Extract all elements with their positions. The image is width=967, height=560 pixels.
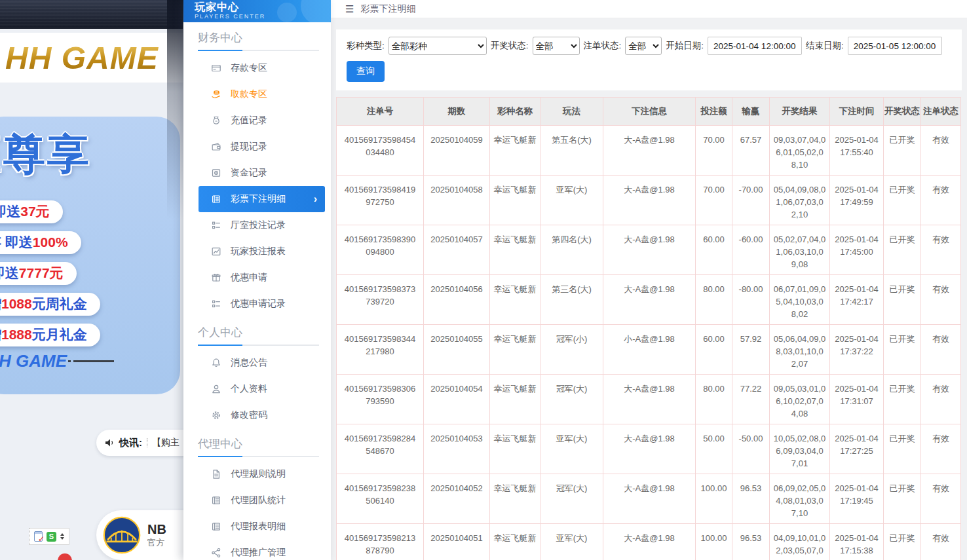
bell-icon	[211, 358, 221, 368]
doc-icon	[211, 469, 221, 479]
table-cell: 有效	[921, 275, 961, 325]
table-cell: 20250104059	[424, 126, 490, 176]
table-cell: 20250104056	[424, 275, 490, 325]
promo-footer-logo: H GAME	[0, 351, 114, 371]
sidebar-item[interactable]: 取款专区	[183, 81, 331, 107]
table-cell: 06,09,02,05,04,08,01,03,07,10	[770, 474, 830, 524]
sidebar-item[interactable]: 代理推广管理	[183, 540, 331, 560]
promo-pill: 天加赠1888元月礼金	[0, 324, 100, 346]
start-date-label: 开始日期:	[666, 40, 704, 52]
sidebar-item-label: 个人资料	[231, 383, 267, 395]
table-cell: 2025-01-04 17:37:22	[830, 325, 884, 375]
drawer-subtitle: PLAYERS CENTER	[195, 13, 331, 20]
money-bag-icon	[211, 115, 221, 126]
bets-table: 注单号 期数 彩种名称 玩法 下注信息 投注额 输赢 开奖结果 下注时间 开奖状…	[336, 97, 961, 560]
table-cell: -60.00	[732, 225, 770, 275]
table-row: 40156917359841997275020250104058幸运飞艇新亚军(…	[337, 176, 961, 225]
sidebar-item[interactable]: 消息公告	[183, 350, 331, 376]
mini-arrows-icon[interactable]	[60, 533, 64, 540]
table-cell: 100.00	[696, 474, 732, 524]
sidebar-item[interactable]: 代理团队统计	[183, 487, 331, 513]
table-cell: 第三名(大)	[540, 275, 603, 325]
table-cell: 100.00	[696, 524, 732, 560]
table-cell: 70.00	[696, 126, 732, 176]
menu-section-personal: 个人中心 消息公告个人资料修改密码	[183, 325, 331, 428]
table-cell: 有效	[921, 375, 961, 424]
sidebar-item[interactable]: 资金记录	[183, 160, 331, 186]
team-card-text: NB 官方	[147, 521, 166, 549]
drawer-header: 玩家中心 PLAYERS CENTER	[183, 0, 331, 22]
start-date-input[interactable]	[708, 37, 802, 55]
sidebar-item[interactable]: 代理报表明细	[183, 513, 331, 540]
sidebar-item-label: 取款专区	[231, 88, 267, 100]
col-header: 注单号	[337, 98, 424, 126]
table-cell: 冠军(大)	[540, 474, 603, 524]
order-status-select[interactable]: 全部	[625, 37, 662, 55]
table-cell: 20250104051	[424, 524, 490, 560]
sidebar-item[interactable]: 玩家投注报表	[183, 238, 331, 265]
table-row: 40156917359837373972020250104056幸运飞艇新第三名…	[337, 275, 961, 325]
sidebar-item[interactable]: 修改密码	[183, 402, 331, 428]
table-cell: 2025-01-04 17:31:07	[830, 375, 884, 424]
filter-panel: 彩种类型: 全部彩种 开奖状态: 全部 注单状态: 全部 开始日期: 结束日期:…	[336, 29, 962, 90]
drawer-edge-shadow	[167, 0, 183, 219]
green-s-icon[interactable]: S	[47, 532, 56, 542]
promo-pill-list: 60元 即送37元 户首存 即送100% 投注 即送7777元 天加赠1088元…	[0, 200, 100, 346]
table-cell: 60.00	[696, 325, 732, 375]
table-cell: 大-A盘@1.98	[603, 424, 696, 474]
table-cell: 幸运飞艇新	[490, 176, 540, 225]
lottery-type-select[interactable]: 全部彩种	[389, 37, 487, 55]
sidebar-item[interactable]: 彩票下注明细›	[199, 186, 325, 212]
table-cell: 已开奖	[884, 325, 921, 375]
sidebar-item-label: 玩家投注报表	[231, 246, 286, 257]
main-content: ☰ 彩票下注明细 彩种类型: 全部彩种 开奖状态: 全部 注单状态: 全部 开始…	[331, 0, 967, 560]
note-check-icon[interactable]	[34, 531, 43, 542]
sidebar-item[interactable]: 厅室投注记录	[183, 212, 331, 238]
table-cell: 亚军(大)	[540, 524, 603, 560]
search-button[interactable]: 查询	[347, 61, 385, 82]
filter-row: 彩种类型: 全部彩种 开奖状态: 全部 注单状态: 全部 开始日期: 结束日期:	[347, 37, 951, 55]
menu-item-list: 代理规则说明代理团队统计代理报表明细代理推广管理	[183, 461, 331, 560]
wallet-icon	[211, 141, 221, 152]
table-cell: 09,05,03,01,06,10,02,07,04,08	[770, 375, 830, 424]
content-topbar: ☰ 彩票下注明细	[331, 0, 967, 18]
page-title: 彩票下注明细	[360, 3, 415, 15]
table-cell: 67.57	[732, 126, 770, 176]
sidebar-item[interactable]: 个人资料	[183, 376, 331, 402]
share-icon	[211, 548, 221, 558]
end-date-input[interactable]	[848, 37, 942, 55]
col-header: 开奖状态	[884, 98, 921, 126]
bets-table-body: 40156917359845403448020250104059幸运飞艇新第五名…	[337, 126, 961, 560]
chevron-right-icon: ›	[314, 193, 317, 205]
table-cell: 2025-01-04 17:49:59	[830, 176, 884, 225]
table-cell: 大-A盘@1.98	[603, 126, 696, 176]
table-header: 注单号 期数 彩种名称 玩法 下注信息 投注额 输赢 开奖结果 下注时间 开奖状…	[337, 98, 961, 126]
table-cell: 大-A盘@1.98	[603, 375, 696, 424]
sidebar-item[interactable]: 存款专区	[183, 55, 331, 81]
table-cell: 幸运飞艇新	[490, 474, 540, 524]
table-cell: 亚军(大)	[540, 424, 603, 474]
table-cell: 80.00	[696, 375, 732, 424]
table-cell: 大-A盘@1.98	[603, 524, 696, 560]
report-detail-icon	[211, 521, 221, 532]
table-cell: 已开奖	[884, 225, 921, 275]
menu-section-agent: 代理中心 代理规则说明代理团队统计代理报表明细代理推广管理	[183, 436, 331, 560]
sidebar-item[interactable]: 充值记录	[183, 107, 331, 134]
menu-toggle-icon[interactable]: ☰	[345, 3, 354, 15]
table-cell: 已开奖	[884, 375, 921, 424]
table-cell: 06,07,01,09,05,04,10,03,08,02	[770, 275, 830, 325]
table-cell: 20250104057	[424, 225, 490, 275]
table-cell: 幸运飞艇新	[490, 424, 540, 474]
table-cell: 50.00	[696, 424, 732, 474]
sidebar-item[interactable]: 优惠申请	[183, 265, 331, 291]
section-title: 财务中心	[198, 30, 319, 51]
sidebar-item[interactable]: 提现记录	[183, 134, 331, 160]
sidebar-item[interactable]: 优惠申请记录	[183, 291, 331, 317]
menu-item-list: 存款专区取款专区充值记录提现记录资金记录彩票下注明细›厅室投注记录玩家投注报表优…	[183, 55, 331, 317]
table-cell: 大-A盘@1.98	[603, 225, 696, 275]
draw-status-select[interactable]: 全部	[533, 37, 580, 55]
table-cell: 2025-01-04 17:45:00	[830, 225, 884, 275]
table-cell: 已开奖	[884, 524, 921, 560]
sidebar-item-label: 消息公告	[231, 357, 267, 369]
sidebar-item[interactable]: 代理规则说明	[183, 461, 331, 487]
